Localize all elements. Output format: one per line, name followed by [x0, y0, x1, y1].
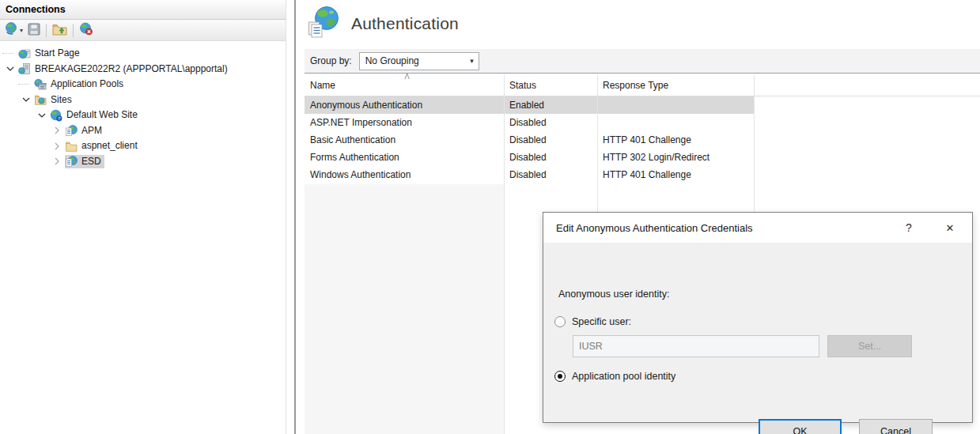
tree-item-start-page[interactable]: Start Page: [0, 46, 286, 62]
cell-name: Forms Authentication: [305, 152, 504, 163]
group-by-toolbar: Group by: No Grouping ▾: [305, 49, 980, 74]
cell-response-type: HTTP 401 Challenge: [597, 169, 754, 180]
tree-item-server[interactable]: BREAKAGE2022R2 (APPPORTAL\appportal): [0, 62, 286, 77]
column-separator: [754, 75, 755, 212]
dialog-title: Edit Anonymous Authentication Credential…: [556, 222, 753, 234]
application-pool-identity-radio[interactable]: Application pool identity: [554, 371, 675, 382]
save-icon: [28, 23, 40, 38]
connect-server-button[interactable]: ▾: [2, 21, 25, 40]
list-row-basic-authentication[interactable]: Basic Authentication Disabled HTTP 401 C…: [305, 131, 754, 149]
cell-status: Enabled: [504, 100, 597, 111]
application-icon: [65, 124, 78, 137]
column-separator: [504, 75, 505, 434]
cell-response-type: HTTP 302 Login/Redirect: [597, 152, 754, 163]
group-by-value: No Grouping: [365, 55, 419, 66]
globe-disconnect-icon: [79, 22, 93, 38]
tree-connector: [18, 78, 34, 91]
dropdown-caret-icon: ▾: [470, 57, 474, 65]
chevron-expanded-icon[interactable]: [18, 93, 34, 106]
help-icon[interactable]: ?: [893, 213, 925, 243]
connections-tree: Start Page BREAKAGE2022R2 (APPPORTAL\app…: [0, 41, 286, 169]
specific-user-input[interactable]: [573, 335, 819, 357]
list-row-windows-authentication[interactable]: Windows Authentication Disabled HTTP 401…: [305, 166, 754, 183]
sites-folder-icon: [34, 93, 47, 106]
list-header: Name ᐱ Status Response Type: [305, 75, 980, 96]
column-header-status[interactable]: Status: [504, 75, 597, 96]
dialog-titlebar: Edit Anonymous Authentication Credential…: [543, 213, 972, 243]
folder-up-icon: [52, 23, 67, 38]
cell-response-type: HTTP 401 Challenge: [597, 134, 754, 145]
save-connections-button[interactable]: [25, 21, 43, 40]
column-header-name[interactable]: Name ᐱ: [305, 75, 504, 96]
folder-icon: [65, 140, 78, 153]
tree-item-application-pools[interactable]: Application Pools: [0, 77, 286, 92]
authentication-feature-icon: [307, 6, 340, 41]
edit-anonymous-credentials-dialog: Edit Anonymous Authentication Credential…: [543, 212, 973, 423]
start-page-icon: [18, 47, 31, 60]
chevron-expanded-icon[interactable]: [34, 109, 50, 122]
tree-item-esd[interactable]: ESD: [0, 154, 286, 170]
connect-dropdown-caret-icon: ▾: [20, 27, 23, 34]
connections-panel-title: Connections: [0, 0, 286, 20]
connect-globe-icon: [5, 22, 19, 38]
tree-item-label: Sites: [50, 93, 74, 107]
chevron-expanded-icon[interactable]: [2, 62, 18, 75]
identity-section-label: Anonymous user identity:: [558, 289, 669, 300]
tree-connector: [2, 47, 18, 60]
specific-user-radio[interactable]: Specific user:: [554, 316, 631, 327]
list-empty-area: [305, 184, 504, 434]
tree-item-default-web-site[interactable]: ? Default Web Site: [0, 108, 286, 123]
svg-text:?: ?: [58, 116, 60, 121]
tree-item-label: ESD: [81, 155, 104, 168]
chevron-collapsed-icon[interactable]: [49, 140, 65, 153]
cancel-button[interactable]: Cancel: [859, 419, 933, 434]
dialog-body: Anonymous user identity: Specific user: …: [543, 243, 972, 424]
authentication-list: Anonymous Authentication Enabled ASP.NET…: [305, 96, 754, 183]
chevron-collapsed-icon[interactable]: [49, 124, 65, 137]
toolbar-separator: [46, 24, 47, 37]
panel-splitter[interactable]: [294, 0, 296, 434]
cell-status: Disabled: [504, 134, 597, 145]
cell-name: Anonymous Authentication: [305, 100, 504, 111]
column-separator: [597, 75, 598, 212]
feature-header: Authentication: [307, 6, 459, 41]
tree-item-label: Start Page: [34, 47, 82, 60]
tree-item-label: Application Pools: [50, 77, 126, 91]
toolbar-separator: [73, 24, 74, 37]
set-button[interactable]: Set...: [827, 335, 912, 357]
connections-toolbar: ▾: [0, 20, 286, 41]
website-icon: ?: [50, 109, 62, 122]
column-header-response-type[interactable]: Response Type: [597, 75, 754, 96]
group-by-dropdown[interactable]: No Grouping ▾: [359, 52, 479, 70]
tree-item-apm[interactable]: APM: [0, 123, 286, 139]
cell-status: Disabled: [504, 152, 597, 163]
browse-package-button[interactable]: [50, 21, 70, 40]
tree-item-label: Default Web Site: [66, 108, 140, 122]
tree-item-aspnet-client[interactable]: aspnet_client: [0, 138, 286, 154]
close-icon[interactable]: ✕: [934, 213, 966, 243]
tree-item-sites[interactable]: Sites: [0, 92, 286, 108]
application-pools-icon: [34, 78, 47, 91]
radio-unchecked-icon[interactable]: [554, 316, 566, 327]
list-row-aspnet-impersonation[interactable]: ASP.NET Impersonation Disabled: [305, 114, 754, 131]
sort-ascending-icon: ᐱ: [400, 73, 413, 81]
tree-selection-highlight: ESD: [65, 155, 104, 168]
list-row-forms-authentication[interactable]: Forms Authentication Disabled HTTP 302 L…: [305, 149, 754, 166]
application-icon: [65, 155, 78, 168]
radio-checked-icon[interactable]: [554, 371, 566, 382]
specific-user-label: Specific user:: [572, 316, 631, 327]
chevron-collapsed-icon[interactable]: [49, 155, 65, 168]
disconnect-button[interactable]: [77, 21, 96, 40]
group-by-label: Group by:: [310, 55, 352, 66]
column-header-label: Name: [310, 80, 335, 91]
cell-name: Windows Authentication: [305, 169, 504, 180]
application-pool-identity-label: Application pool identity: [572, 371, 675, 382]
server-icon: [18, 62, 31, 75]
page-title: Authentication: [351, 14, 459, 33]
ok-button[interactable]: OK: [759, 419, 842, 434]
list-row-anonymous-authentication[interactable]: Anonymous Authentication Enabled: [305, 96, 754, 114]
connections-panel: Connections ▾: [0, 0, 286, 434]
tree-item-label: aspnet_client: [81, 139, 140, 153]
tree-item-label: BREAKAGE2022R2 (APPPORTAL\appportal): [34, 62, 230, 76]
cell-status: Disabled: [504, 169, 597, 180]
